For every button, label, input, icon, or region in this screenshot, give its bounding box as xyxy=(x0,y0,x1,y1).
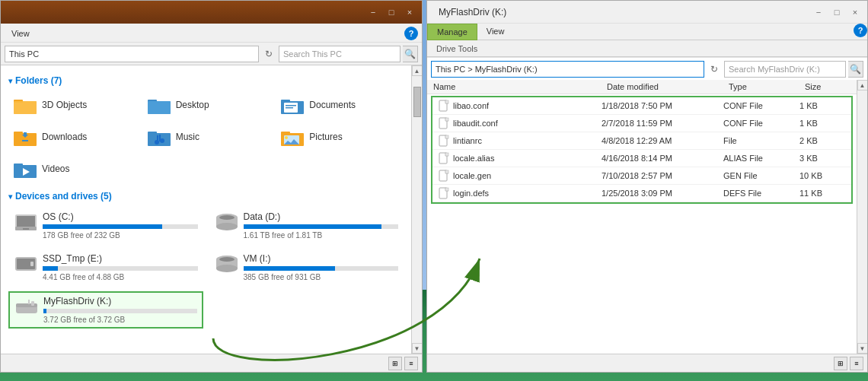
svg-rect-15 xyxy=(22,140,28,141)
left-address-text: This PC xyxy=(9,49,39,59)
view-tab[interactable]: View xyxy=(477,24,514,40)
right-grid-view-button[interactable]: ⊞ xyxy=(834,357,847,370)
folder-item-downloads[interactable]: Downloads xyxy=(8,124,136,150)
folder-3dobjects-label: 3D Objects xyxy=(42,100,87,110)
svg-rect-54 xyxy=(445,118,448,121)
file-row-locale-alias[interactable]: locale.alias 4/16/2018 8:14 PM ALIAS Fil… xyxy=(432,150,851,167)
manage-tabs-row: Manage View ? xyxy=(427,24,867,40)
drive-i-bar-container xyxy=(244,266,399,271)
right-search-box[interactable]: Search MyFlashDriv (K:) xyxy=(724,61,846,78)
col-date-modified[interactable]: Date modified xyxy=(607,82,729,91)
svg-rect-23 xyxy=(281,132,290,135)
right-breadcrumb[interactable]: This PC > MyFlashDriv (K:) xyxy=(431,61,704,78)
file-locale-gen-name: locale.gen xyxy=(453,171,491,180)
right-list-view-button[interactable]: ≡ xyxy=(850,357,863,370)
drive-item-i[interactable]: VM (I:) 385 GB free of 931 GB xyxy=(209,249,404,285)
folder-desktop-icon xyxy=(147,95,171,115)
right-scrollbar[interactable]: ▲ ▼ xyxy=(857,80,867,354)
drive-i-name: VM (I:) xyxy=(244,253,399,264)
folder-item-desktop[interactable]: Desktop xyxy=(142,92,270,118)
right-scrollbar-up[interactable]: ▲ xyxy=(857,80,868,90)
drives-section-header[interactable]: ▾ Devices and drives (5) xyxy=(8,191,404,202)
left-list-view-button[interactable]: ≡ xyxy=(404,357,418,370)
manage-tab[interactable]: Manage xyxy=(427,24,477,40)
col-name[interactable]: Name xyxy=(433,82,607,91)
drive-item-k[interactable]: MyFlashDriv (K:) 3.72 GB free of 3.72 GB xyxy=(8,291,203,329)
file-list-content: Name Date modified Type Size libao.conf xyxy=(427,80,857,354)
svg-rect-8 xyxy=(281,100,290,103)
file-lintianrc-size: 2 KB xyxy=(799,136,845,145)
drive-i-free: 385 GB free of 931 GB xyxy=(244,273,399,281)
right-search-placeholder: Search MyFlashDriv (K:) xyxy=(729,65,820,74)
right-scrollbar-down[interactable]: ▼ xyxy=(857,343,868,354)
drive-e-name: SSD_Tmp (E:) xyxy=(43,253,198,264)
left-search-box[interactable]: Search This PC xyxy=(279,46,400,62)
drive-item-c[interactable]: OS (C:) 178 GB free of 232 GB xyxy=(8,208,203,243)
file-locale-gen-date: 7/10/2018 2:57 PM xyxy=(602,171,723,180)
svg-point-26 xyxy=(285,136,288,139)
right-refresh-button[interactable]: ↻ xyxy=(707,62,722,77)
folders-section-header[interactable]: ▾ Folders (7) xyxy=(8,75,404,86)
left-maximize-button[interactable]: □ xyxy=(383,5,400,19)
drive-item-e[interactable]: SSD_Tmp (E:) 4.41 GB free of 4.88 GB xyxy=(8,249,203,285)
right-help-button[interactable]: ? xyxy=(854,24,867,37)
drive-k-bar-container xyxy=(43,309,197,313)
file-lintianrc-date: 4/8/2018 12:29 AM xyxy=(602,136,723,145)
col-size[interactable]: Size xyxy=(805,82,850,91)
folder-item-videos[interactable]: Videos xyxy=(8,156,136,182)
left-grid-view-button[interactable]: ⊞ xyxy=(388,357,402,370)
left-close-button[interactable]: × xyxy=(401,5,418,19)
drive-d-bar xyxy=(244,224,381,229)
file-row-login-defs[interactable]: login.defs 1/25/2018 3:09 PM DEFS File 1… xyxy=(432,185,851,202)
file-locale-gen-name-cell: locale.gen xyxy=(439,170,602,182)
folder-music-icon xyxy=(147,127,171,147)
right-search-button[interactable]: 🔍 xyxy=(848,61,863,78)
drive-e-bar xyxy=(43,266,58,271)
file-list-area: Name Date modified Type Size libao.conf xyxy=(427,80,867,354)
svg-rect-6 xyxy=(148,101,171,114)
folder-downloads-label: Downloads xyxy=(42,132,87,142)
col-type[interactable]: Type xyxy=(729,82,805,91)
right-maximize-button[interactable]: □ xyxy=(828,5,845,19)
right-minimize-button[interactable]: − xyxy=(810,5,827,19)
left-refresh-button[interactable]: ↻ xyxy=(261,46,276,62)
left-help-button[interactable]: ? xyxy=(404,27,418,40)
left-scrollbar-up[interactable]: ▲ xyxy=(412,65,423,76)
files-highlight-box: libao.conf 1/18/2018 7:50 PM CONF File 1… xyxy=(431,96,853,204)
drive-i-info: VM (I:) 385 GB free of 931 GB xyxy=(244,253,399,281)
drive-e-info: SSD_Tmp (E:) 4.41 GB free of 4.88 GB xyxy=(43,253,198,281)
folder-item-music[interactable]: Music xyxy=(142,124,270,150)
file-lintianrc-name-cell: lintianrc xyxy=(439,135,602,147)
drive-d-icon xyxy=(215,211,239,233)
right-window-title: MyFlashDriv (K:) xyxy=(431,7,810,17)
svg-rect-20 xyxy=(159,135,161,141)
left-search-button[interactable]: 🔍 xyxy=(403,46,418,62)
left-address-input[interactable]: This PC xyxy=(5,46,259,62)
svg-rect-17 xyxy=(148,132,157,135)
right-close-button[interactable]: × xyxy=(847,5,863,19)
folder-item-documents[interactable]: Documents xyxy=(276,92,404,118)
file-libao-date: 1/18/2018 7:50 PM xyxy=(602,101,723,110)
file-libaudit-name: libaudit.conf xyxy=(453,119,498,128)
left-ribbon: View ? This PC ↻ Search This PC 🔍 xyxy=(1,24,422,65)
file-row-libao[interactable]: libao.conf 1/18/2018 7:50 PM CONF File 1… xyxy=(432,97,851,115)
left-scrollbar-down[interactable]: ▼ xyxy=(412,343,423,354)
folder-item-3dobjects[interactable]: 3D Objects xyxy=(8,92,136,118)
drive-k-name: MyFlashDriv (K:) xyxy=(43,296,197,306)
file-row-libaudit[interactable]: libaudit.conf 2/7/2018 11:59 PM CONF Fil… xyxy=(432,115,851,132)
folder-item-pictures[interactable]: Pictures xyxy=(276,124,404,150)
drive-tools-label: Drive Tools xyxy=(436,44,477,53)
file-lintianrc-name: lintianrc xyxy=(453,136,482,145)
file-row-lintianrc[interactable]: lintianrc 4/8/2018 12:29 AM File 2 KB xyxy=(432,132,851,150)
drive-c-icon xyxy=(14,211,38,233)
left-view-tab[interactable]: View xyxy=(5,27,37,40)
left-scrollbar-thumb[interactable] xyxy=(413,87,421,117)
drive-k-free: 3.72 GB free of 3.72 GB xyxy=(43,316,197,324)
drive-item-d[interactable]: Data (D:) 1.61 TB free of 1.81 TB xyxy=(209,208,404,243)
drive-i-bar xyxy=(244,266,335,271)
file-row-locale-gen[interactable]: locale.gen 7/10/2018 2:57 PM GEN File 10… xyxy=(432,167,851,185)
left-minimize-button[interactable]: − xyxy=(365,5,381,19)
left-scrollbar[interactable]: ▲ ▼ xyxy=(411,65,422,354)
drives-chevron-icon: ▾ xyxy=(8,192,12,201)
file-login-defs-icon xyxy=(439,187,449,199)
